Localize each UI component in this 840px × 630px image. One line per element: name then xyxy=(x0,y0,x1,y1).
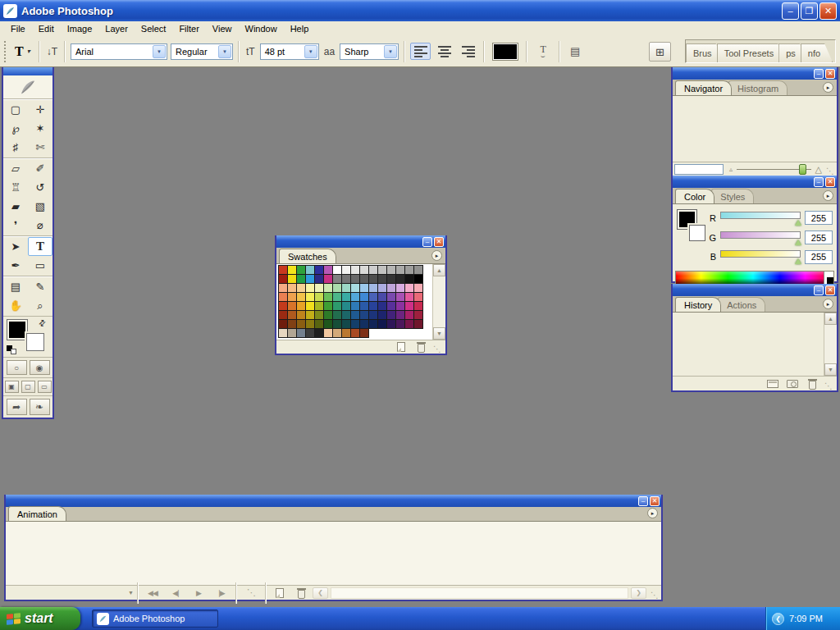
swatch-cell[interactable] xyxy=(315,266,323,274)
swap-colors-icon[interactable]: ⇄ xyxy=(36,317,48,329)
menu-item-filter[interactable]: Filter xyxy=(172,23,205,34)
swatch-cell[interactable] xyxy=(351,293,359,301)
play-button[interactable]: ▶ xyxy=(188,587,209,599)
minimize-button[interactable]: – xyxy=(814,69,824,79)
tab-animation[interactable]: Animation xyxy=(8,506,66,521)
chevron-down-icon[interactable]: ▼ xyxy=(153,45,166,58)
swatch-cell[interactable] xyxy=(288,284,296,292)
swatch-cell[interactable] xyxy=(414,293,422,301)
swatch-cell[interactable] xyxy=(396,320,404,328)
tool-move[interactable]: ✛ xyxy=(28,100,52,119)
scroll-up-icon[interactable]: ▲ xyxy=(433,264,445,276)
swatch-cell[interactable] xyxy=(288,293,296,301)
palette-menu-button[interactable]: ▸ xyxy=(823,82,833,93)
swatch-cell[interactable] xyxy=(324,293,332,301)
close-button[interactable]: ✕ xyxy=(825,285,835,295)
tool-pen[interactable]: ✒ xyxy=(3,256,28,275)
start-button[interactable]: start xyxy=(0,607,80,630)
swatch-cell[interactable] xyxy=(405,320,413,328)
swatch-cell[interactable] xyxy=(306,284,314,292)
swatch-cell[interactable] xyxy=(288,329,296,337)
scroll-down-icon[interactable]: ▼ xyxy=(433,327,445,340)
swatch-cell[interactable] xyxy=(333,329,341,337)
warp-text-button[interactable]: T ⌣ xyxy=(532,43,554,59)
taskbar-item-photoshop[interactable]: Adobe Photoshop xyxy=(92,609,218,628)
close-button[interactable]: ✕ xyxy=(825,69,835,79)
swatch-cell[interactable] xyxy=(342,311,350,319)
swatch-cell[interactable] xyxy=(396,311,404,319)
swatch-cell[interactable] xyxy=(360,275,368,283)
swatch-cell[interactable] xyxy=(279,266,287,274)
tool-eraser[interactable]: ▰ xyxy=(3,197,28,216)
swatch-cell[interactable] xyxy=(279,320,287,328)
swatch-cell[interactable] xyxy=(297,293,305,301)
delete-swatch-button[interactable] xyxy=(411,340,431,354)
imageready-feather-icon[interactable]: ❧ xyxy=(30,399,50,415)
menu-item-help[interactable]: Help xyxy=(284,23,316,34)
tool-history-brush[interactable]: ↺ xyxy=(28,178,52,197)
swatch-cell[interactable] xyxy=(279,293,287,301)
resize-grip[interactable]: ⋱ xyxy=(433,345,441,354)
swatch-cell[interactable] xyxy=(351,275,359,283)
swatch-cell[interactable] xyxy=(342,320,350,328)
scroll-up-icon[interactable]: ▲ xyxy=(824,313,837,325)
zoom-in-icon[interactable]: △ xyxy=(814,164,824,175)
delete-state-button[interactable] xyxy=(802,377,822,390)
swatch-cell[interactable] xyxy=(378,302,386,310)
close-button[interactable]: ✕ xyxy=(825,177,835,187)
tool-clone-stamp[interactable]: ♖ xyxy=(3,178,28,197)
swatch-cell[interactable] xyxy=(315,293,323,301)
scrollbar[interactable]: ▲ ▼ xyxy=(432,264,445,340)
swatch-cell[interactable] xyxy=(297,320,305,328)
minimize-button[interactable]: – xyxy=(814,177,824,187)
photoshop-feather-logo[interactable] xyxy=(3,75,52,99)
swatch-cell[interactable] xyxy=(414,311,422,319)
swatch-cell[interactable] xyxy=(414,302,422,310)
menu-item-edit[interactable]: Edit xyxy=(32,23,61,34)
anti-alias-select[interactable]: Sharp ▼ xyxy=(340,43,399,60)
standard-screen-button[interactable]: ▣ xyxy=(5,381,19,393)
swatch-cell[interactable] xyxy=(414,275,422,283)
tab-history[interactable]: History xyxy=(675,297,721,312)
palette-menu-button[interactable]: ▸ xyxy=(431,250,442,261)
tab-swatches[interactable]: Swatches xyxy=(279,249,336,263)
swatch-cell[interactable] xyxy=(360,311,368,319)
swatch-cell[interactable] xyxy=(387,275,395,283)
zoom-percent-field[interactable] xyxy=(674,164,724,175)
swatch-cell[interactable] xyxy=(360,329,368,337)
palette-titlebar[interactable]: – ✕ xyxy=(673,176,837,188)
tool-healing-brush[interactable]: ▱ xyxy=(3,159,28,178)
palette-titlebar[interactable]: – ✕ xyxy=(6,495,661,507)
swatch-cell[interactable] xyxy=(288,266,296,274)
menu-item-view[interactable]: View xyxy=(206,23,239,34)
swatch-cell[interactable] xyxy=(405,275,413,283)
zoom-slider[interactable] xyxy=(737,164,811,175)
menu-item-layer[interactable]: Layer xyxy=(98,23,135,34)
swatch-cell[interactable] xyxy=(405,311,413,319)
swatch-cell[interactable] xyxy=(360,284,368,292)
tab-histogram[interactable]: Histogram xyxy=(728,80,788,95)
new-frame-button[interactable] xyxy=(270,587,290,600)
first-frame-button[interactable]: ◀◀ xyxy=(142,587,163,599)
delete-frame-button[interactable] xyxy=(291,587,311,600)
swatch-cell[interactable] xyxy=(315,284,323,292)
resize-grip[interactable]: ⋱ xyxy=(826,167,834,176)
file-browser-button[interactable]: ⊞ xyxy=(649,42,671,62)
tool-type[interactable]: T xyxy=(28,237,52,256)
tool-dodge[interactable]: ⌀ xyxy=(28,216,52,235)
slider-thumb[interactable] xyxy=(795,258,801,264)
swatch-cell[interactable] xyxy=(360,320,368,328)
loop-options-select[interactable]: ▼ xyxy=(12,587,134,599)
swatch-cell[interactable] xyxy=(306,311,314,319)
default-colors-icon[interactable] xyxy=(11,349,16,354)
palette-titlebar[interactable]: – ✕ xyxy=(673,284,837,296)
swatch-cell[interactable] xyxy=(288,302,296,310)
channel-slider[interactable] xyxy=(720,248,801,266)
palette-menu-button[interactable]: ▸ xyxy=(823,190,833,201)
tool-magic-wand[interactable]: ✶ xyxy=(28,119,52,138)
tab-actions[interactable]: Actions xyxy=(718,297,765,312)
channel-value-field[interactable]: 255 xyxy=(805,211,833,225)
swatch-cell[interactable] xyxy=(351,266,359,274)
swatch-cell[interactable] xyxy=(351,329,359,337)
foreground-color-swatch[interactable] xyxy=(7,320,27,340)
